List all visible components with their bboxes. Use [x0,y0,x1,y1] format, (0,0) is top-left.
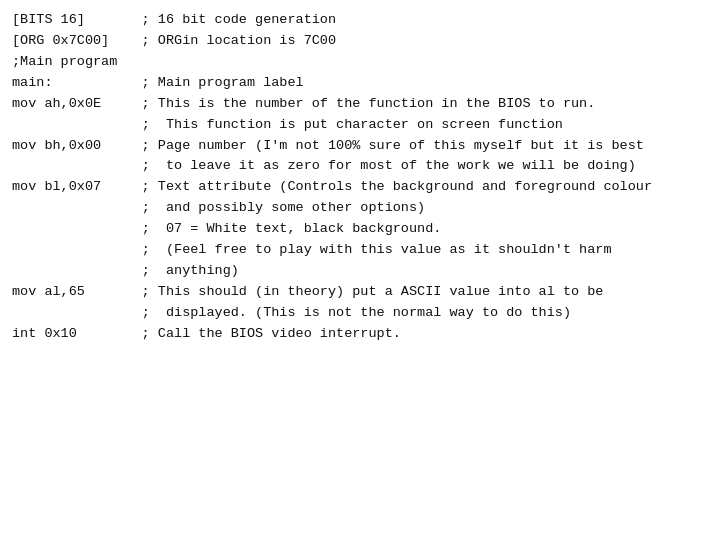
code-block: [BITS 16] ; 16 bit code generation [ORG … [0,0,720,355]
